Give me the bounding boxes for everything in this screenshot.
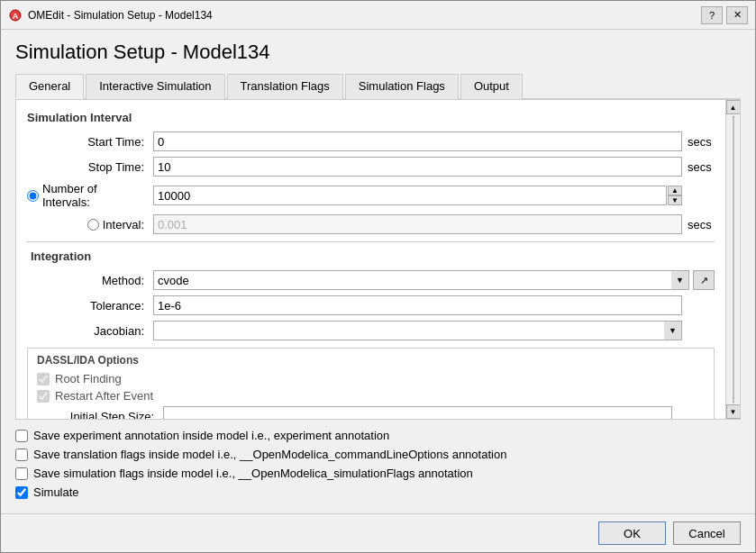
scrollbar-track: ▲ ▼ [725,100,740,419]
save-experiment-label: Save experiment annotation inside model … [33,429,389,442]
jacobian-label: Jacobian: [27,324,153,338]
initial-step-label: Initial Step Size: [37,410,163,420]
save-translation-label: Save translation flags inside model i.e.… [33,448,506,461]
save-simulation-label: Save simulation flags inside model i.e.,… [33,467,473,480]
start-time-label: Start Time: [27,135,153,149]
titlebar: A OMEdit - Simulation Setup - Model134 ?… [1,1,755,30]
tolerance-input[interactable] [153,295,682,315]
start-time-unit: secs [688,135,715,149]
method-label: Method: [27,274,153,287]
method-row: Method: cvode euler rungekutta dassl ▼ ↗ [27,270,715,290]
cancel-button[interactable]: Cancel [673,521,741,545]
save-simulation-row: Save simulation flags inside model i.e.,… [15,467,741,480]
scroll-down-button[interactable]: ▼ [726,404,741,419]
tolerance-row: Tolerance: [27,295,715,315]
intervals-up-button[interactable]: ▲ [668,186,682,195]
scrollbar-thumb[interactable] [733,115,734,403]
tabs: General Interactive Simulation Translati… [15,73,741,100]
tolerance-label: Tolerance: [27,299,153,313]
interval-input[interactable] [153,214,682,234]
simulate-label: Simulate [33,485,79,499]
intervals-down-button[interactable]: ▼ [668,195,682,205]
save-simulation-checkbox[interactable] [15,467,28,480]
save-translation-checkbox[interactable] [15,449,28,461]
start-time-input[interactable] [153,131,682,151]
window-content: Simulation Setup - Model134 General Inte… [1,30,755,513]
ok-button[interactable]: OK [598,521,666,545]
app-icon: A [8,8,23,23]
page-title: Simulation Setup - Model134 [15,41,741,64]
simulation-interval-section: Simulation Interval [27,111,715,124]
intervals-input[interactable] [153,186,667,205]
intervals-radio-label: Number of Intervals: [42,182,144,209]
intervals-row: Number of Intervals: ▲ ▼ [27,182,715,209]
jacobian-select-wrapper: ▼ [153,321,682,340]
interval-row: Interval: secs [27,214,715,234]
simulate-row: Simulate [15,485,741,499]
main-window: A OMEdit - Simulation Setup - Model134 ?… [0,0,756,553]
intervals-spinner-buttons: ▲ ▼ [668,186,682,205]
root-finding-checkbox[interactable] [37,373,50,385]
initial-step-input[interactable] [163,406,672,419]
interval-radio[interactable] [87,219,99,231]
titlebar-left: A OMEdit - Simulation Setup - Model134 [8,8,213,23]
initial-step-row: Initial Step Size: [37,406,705,419]
intervals-radio-container: Number of Intervals: [27,182,153,209]
tab-translation[interactable]: Translation Flags [227,74,343,99]
tab-interactive[interactable]: Interactive Simulation [86,74,224,99]
tab-general[interactable]: General [15,74,84,99]
intervals-spinner-wrapper: ▲ ▼ [153,186,682,205]
restart-event-label: Restart After Event [55,389,153,403]
stop-time-row: Stop Time: secs [27,157,715,177]
stop-time-input[interactable] [153,157,682,177]
divider-1 [27,241,715,242]
titlebar-buttons: ? ✕ [701,6,748,24]
bottom-checkboxes: Save experiment annotation inside model … [15,420,741,503]
method-select-wrapper: cvode euler rungekutta dassl ▼ [153,270,689,290]
interval-unit: secs [688,218,715,231]
close-button[interactable]: ✕ [726,6,748,24]
scroll-up-button[interactable]: ▲ [726,100,741,114]
dassl-title: DASSL/IDA Options [37,354,705,367]
simulate-checkbox[interactable] [15,486,28,499]
jacobian-select[interactable] [153,321,682,340]
intervals-radio[interactable] [27,190,39,202]
save-experiment-row: Save experiment annotation inside model … [15,429,741,442]
help-button[interactable]: ? [701,6,723,24]
svg-text:A: A [13,12,19,21]
interval-radio-container: Interval: [27,218,153,231]
tab-panel-content: Simulation Interval Start Time: secs Sto… [16,100,725,419]
tab-panel-wrapper: Simulation Interval Start Time: secs Sto… [15,100,741,420]
save-experiment-checkbox[interactable] [15,430,28,442]
method-external-button[interactable]: ↗ [693,270,715,290]
jacobian-row: Jacobian: ▼ [27,321,715,340]
stop-time-unit: secs [688,160,715,174]
save-translation-row: Save translation flags inside model i.e.… [15,448,741,461]
restart-event-row: Restart After Event [37,389,705,403]
root-finding-row: Root Finding [37,372,705,385]
dassl-section: DASSL/IDA Options Root Finding Restart A… [27,348,715,419]
tab-simulation[interactable]: Simulation Flags [345,74,459,99]
method-select[interactable]: cvode euler rungekutta dassl [153,270,689,290]
root-finding-label: Root Finding [55,372,122,385]
tab-output[interactable]: Output [460,74,523,99]
restart-event-checkbox[interactable] [37,390,50,403]
integration-section-label: Integration [31,249,715,263]
stop-time-label: Stop Time: [27,160,153,174]
interval-radio-label: Interval: [103,218,144,231]
footer: OK Cancel [1,513,755,552]
start-time-row: Start Time: secs [27,131,715,151]
titlebar-title: OMEdit - Simulation Setup - Model134 [28,9,213,22]
